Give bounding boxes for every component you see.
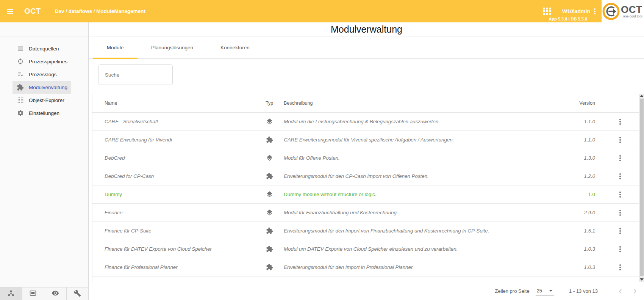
- module-description: CARE Erweiterungsmodul für Vivendi spezi…: [278, 137, 563, 143]
- row-menu-icon[interactable]: [619, 117, 622, 126]
- row-menu-icon[interactable]: [619, 226, 622, 236]
- module-version: 1.2.0: [563, 173, 595, 179]
- module-name: Dummy: [92, 192, 261, 197]
- sidebar-item-datenquellen[interactable]: Datenquellen: [13, 42, 63, 55]
- tab-label: Planungslösungen: [151, 45, 193, 50]
- table-row[interactable]: Finance Modul für Finanzbuchhaltung und …: [92, 204, 639, 222]
- rows-per-page-label: Zeilen pro Seite: [495, 288, 530, 294]
- module-name: Finance für Professional Planner: [92, 264, 261, 270]
- column-header-beschreibung: Beschreibung: [278, 101, 563, 106]
- table-row[interactable]: Finance für CP-Suite Erweiterungsmodul f…: [92, 222, 639, 240]
- tab-module[interactable]: Module: [93, 36, 138, 58]
- table-row[interactable]: DebCred for CP-Cash Erweiterungsmodul fü…: [92, 167, 639, 185]
- prev-page-button[interactable]: [616, 287, 625, 296]
- sidebar-item-prozesspipelines[interactable]: Prozesspipelines: [13, 55, 71, 68]
- row-menu-icon[interactable]: [619, 135, 622, 145]
- table-header-row: Name Typ Beschreibung Version: [92, 94, 639, 113]
- module-name: DebCred for CP-Cash: [92, 173, 261, 179]
- sidebar-item-einstellungen[interactable]: Einstellungen: [13, 107, 63, 119]
- tab-bar: ModulePlanungslösungenKonnektoren: [89, 36, 644, 59]
- sidebar: Datenquellen Prozesspipelines Prozesslog…: [0, 22, 89, 300]
- module-version: 1.1.0: [563, 119, 595, 124]
- table-row[interactable]: CARE Erweiterung für Vivendi CARE Erweit…: [92, 131, 639, 149]
- module-description: Dummy module without structure or logic.: [278, 192, 563, 197]
- table-row[interactable]: Finance für Professional Planner Erweite…: [92, 258, 639, 276]
- brand-logo: OCT one cool tool: [602, 0, 644, 22]
- app-brand: OCT: [24, 7, 41, 16]
- layers-icon: [261, 154, 278, 162]
- layers-icon: [261, 191, 278, 198]
- user-kebab-icon[interactable]: [594, 8, 596, 15]
- eye-icon: [52, 289, 59, 298]
- module-description: Erweiterungsmodul für den Import von Fin…: [278, 228, 563, 234]
- tool-panel-view[interactable]: [22, 287, 45, 300]
- sidebar-item-label: Modulverwaltung: [29, 85, 67, 90]
- module-name: Finance für DATEV Exporte von Cloud Spei…: [92, 246, 261, 252]
- module-name: CARE Erweiterung für Vivendi: [92, 137, 261, 143]
- chevron-left-icon: [616, 287, 625, 295]
- apps-grid-icon[interactable]: [543, 8, 551, 15]
- playlist-check-icon: [17, 71, 24, 78]
- scroll-up-icon[interactable]: [640, 95, 644, 97]
- logo-title: OCT: [621, 5, 642, 14]
- sidebar-top-spacer: [0, 22, 88, 36]
- user-menu[interactable]: W10\admin: [562, 8, 596, 15]
- module-name: Finance für CP-Suite: [92, 228, 261, 234]
- tool-flow-view[interactable]: [0, 287, 22, 300]
- sidebar-item-prozesslogs[interactable]: Prozesslogs: [13, 68, 61, 81]
- tab-konnektoren[interactable]: Konnektoren: [207, 36, 263, 58]
- tab-label: Konnektoren: [220, 45, 250, 50]
- column-header-typ: Typ: [261, 101, 278, 106]
- search-input[interactable]: [99, 65, 172, 85]
- module-description: Erweiterungsmodul für den Import in Prof…: [278, 264, 563, 270]
- puzzle-icon: [261, 227, 278, 234]
- table-row[interactable]: CARE - Sozialwirtschaft Modul um die Lei…: [92, 113, 639, 131]
- sidebar-item-label: Datenquellen: [29, 46, 59, 52]
- puzzle-icon: [17, 84, 24, 91]
- table-scrollbar[interactable]: [639, 94, 644, 282]
- puzzle-icon: [261, 245, 278, 253]
- module-name: CARE - Sozialwirtschaft: [92, 119, 261, 124]
- tab-label: Module: [107, 45, 123, 50]
- module-name: DebCred: [92, 155, 261, 161]
- rows-per-page-select[interactable]: 25: [536, 287, 554, 295]
- scrollbar-thumb[interactable]: [640, 99, 644, 276]
- wrench-icon: [73, 289, 81, 298]
- table-row[interactable]: Dummy Dummy module without structure or …: [92, 185, 639, 204]
- reorder-icon: [17, 45, 24, 52]
- sidebar-menu: Datenquellen Prozesspipelines Prozesslog…: [0, 36, 88, 119]
- module-version: 1.1.0: [563, 137, 595, 143]
- row-menu-icon[interactable]: [619, 208, 622, 217]
- pagination-range: 1 - 13 von 13: [569, 288, 598, 294]
- sidebar-item-modulverwaltung[interactable]: Modulverwaltung: [13, 81, 71, 94]
- table-row[interactable]: Finance für DATEV Exporte von Cloud Spei…: [92, 240, 639, 258]
- scroll-down-icon[interactable]: [640, 278, 644, 281]
- tool-tools[interactable]: [67, 287, 89, 300]
- row-menu-icon[interactable]: [619, 245, 622, 254]
- tab-planungslösungen[interactable]: Planungslösungen: [138, 36, 207, 58]
- row-menu-icon[interactable]: [619, 263, 622, 272]
- module-description: Modul für Offene Posten.: [278, 155, 563, 161]
- module-version: 1.0.3: [563, 246, 595, 252]
- page-title: Modulverwaltung: [89, 22, 644, 36]
- module-version: 2.9.0: [563, 210, 595, 215]
- row-menu-icon[interactable]: [619, 172, 622, 181]
- sidebar-item-objekt-explorer[interactable]: Objekt-Explorer: [13, 94, 68, 107]
- table-row[interactable]: DebCred Modul für Offene Posten. 1.3.0: [92, 149, 639, 167]
- module-version: 1.5.1: [563, 228, 595, 234]
- module-description: Modul für Finanzbuchhaltung und Kostenre…: [278, 210, 563, 215]
- row-menu-icon[interactable]: [619, 154, 622, 163]
- tool-preview[interactable]: [44, 287, 67, 300]
- chevron-right-icon: [631, 287, 639, 295]
- row-menu-icon[interactable]: [619, 190, 622, 199]
- module-version: 1.3.0: [563, 155, 595, 161]
- menu-icon[interactable]: [7, 8, 13, 15]
- sidebar-item-label: Objekt-Explorer: [29, 97, 64, 103]
- logo-subtitle: one cool tool: [621, 15, 642, 18]
- column-header-name: Name: [92, 101, 261, 106]
- hub-icon: [7, 289, 15, 298]
- pagination-bar: Zeilen pro Seite 25 1 - 13 von 13: [92, 282, 644, 300]
- breadcrumb: Dev / dataflows / ModuleManagement: [55, 8, 145, 14]
- next-page-button[interactable]: [630, 287, 639, 296]
- search-box: [98, 64, 173, 85]
